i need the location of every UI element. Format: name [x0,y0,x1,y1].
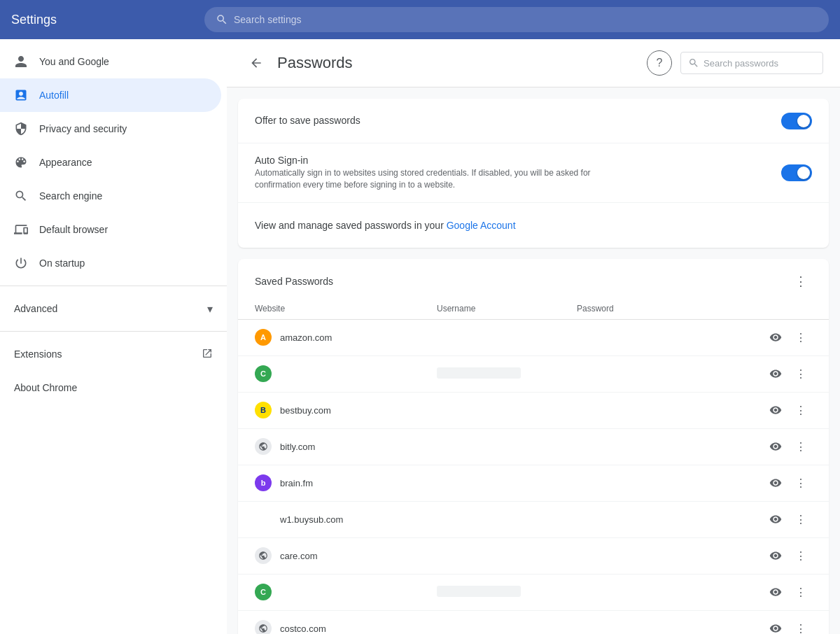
more-options-button[interactable]: ⋮ [790,399,812,421]
globe-icon [255,547,272,564]
sidebar-label-you-and-google: You and Google [39,56,109,67]
more-options-button[interactable]: ⋮ [790,326,812,348]
row-actions: ⋮ [756,435,812,458]
table-row: costco.com ⋮ [238,611,829,634]
offer-save-text: Offer to save passwords [255,115,781,127]
show-password-button[interactable] [764,472,787,494]
col-actions [756,304,812,314]
show-password-button[interactable] [764,326,787,348]
site-icon: A [255,329,272,346]
site-name: bitly.com [280,442,315,452]
offer-save-title: Offer to save passwords [255,115,781,126]
table-row: C ⋮ [238,575,829,611]
google-account-link[interactable]: Google Account [447,220,516,231]
help-button[interactable]: ? [647,50,672,76]
site-name: costco.com [280,624,326,634]
main-content: Passwords ? Offer to save passwords Auto… [227,39,840,634]
table-header: Website Username Password [238,298,829,320]
sidebar-item-about-chrome[interactable]: About Chrome [0,371,227,404]
main-layout: You and Google Autofill Privacy and secu… [0,39,840,634]
manage-passwords-row: View and manage saved passwords in your … [238,203,829,248]
sidebar-item-appearance[interactable]: Appearance [0,146,221,179]
sidebar-item-privacy-and-security[interactable]: Privacy and security [0,112,221,146]
shield-icon [14,122,28,136]
row-actions: ⋮ [756,617,812,634]
auto-signin-toggle[interactable] [781,164,812,181]
more-options-button[interactable]: ⋮ [790,581,812,603]
more-options-button[interactable]: ⋮ [790,435,812,458]
sidebar-item-autofill[interactable]: Autofill [0,78,221,112]
sidebar-label-on-startup: On startup [39,258,85,269]
more-options-button[interactable]: ⋮ [790,544,812,567]
row-actions: ⋮ [756,326,812,348]
sidebar-item-extensions[interactable]: Extensions [0,337,227,371]
username-cell [437,586,577,599]
saved-passwords-title: Saved Passwords [255,276,790,287]
table-row: care.com ⋮ [238,538,829,575]
offer-save-section: Offer to save passwords Auto Sign-in Aut… [238,99,829,248]
row-actions: ⋮ [756,362,812,385]
globe-icon [255,620,272,634]
table-row: A amazon.com ⋮ [238,320,829,356]
site-name: bestbuy.com [280,405,331,416]
site-name: care.com [280,551,317,561]
sidebar-label-extensions: Extensions [14,348,62,360]
row-actions: ⋮ [756,472,812,494]
show-password-button[interactable] [764,435,787,458]
sidebar-divider [0,286,227,286]
passwords-header: Passwords ? [227,39,840,87]
table-row: C ⋮ [238,356,829,393]
site-icon: B [255,402,272,418]
search-passwords-icon [688,57,699,69]
offer-save-toggle[interactable] [781,113,812,129]
site-icon: C [255,365,272,382]
sidebar-label-default-browser: Default browser [39,224,108,235]
back-button[interactable] [244,50,269,76]
sidebar-item-on-startup[interactable]: On startup [0,246,221,280]
show-password-button[interactable] [764,508,787,530]
default-browser-icon [14,223,28,237]
website-cell: costco.com [255,620,437,634]
username-blur [437,367,521,379]
show-password-button[interactable] [764,617,787,634]
site-icon: C [255,584,272,600]
passwords-search-input[interactable] [704,58,816,69]
more-options-button[interactable]: ⋮ [790,508,812,530]
more-options-button[interactable]: ⋮ [790,472,812,494]
app-title: Settings [11,13,193,27]
sidebar-label-about-chrome: About Chrome [14,382,77,393]
sidebar-divider-2 [0,331,227,332]
saved-passwords-section: Saved Passwords ⋮ Website Username Passw… [238,259,829,634]
passwords-search-bar[interactable] [680,52,823,74]
site-icon: b [255,474,272,491]
offer-save-row: Offer to save passwords [238,99,829,143]
sidebar: You and Google Autofill Privacy and secu… [0,39,227,634]
autofill-icon [14,88,28,102]
search-icon [216,13,228,26]
sidebar-item-you-and-google[interactable]: You and Google [0,45,221,78]
more-options-button[interactable]: ⋮ [790,362,812,385]
settings-search-bar[interactable] [204,7,829,32]
col-password: Password [577,304,756,314]
external-link-icon [202,348,213,361]
show-password-button[interactable] [764,362,787,385]
table-row: b brain.fm ⋮ [238,465,829,502]
power-icon [14,256,28,270]
website-cell: C [255,584,437,600]
saved-passwords-more-button[interactable]: ⋮ [790,270,812,293]
settings-search-input[interactable] [234,14,818,25]
sidebar-item-search-engine[interactable]: Search engine [0,179,221,213]
appearance-icon [14,155,28,169]
show-password-button[interactable] [764,581,787,603]
sidebar-item-advanced[interactable]: Advanced ▾ [0,292,227,325]
sidebar-item-default-browser[interactable]: Default browser [0,213,221,246]
manage-passwords-text: View and manage saved passwords in your … [255,219,812,232]
col-username: Username [437,304,577,314]
auto-signin-row: Auto Sign-in Automatically sign in to we… [238,143,829,203]
show-password-button[interactable] [764,544,787,567]
website-cell: bitly.com [255,438,437,455]
sidebar-label-appearance: Appearance [39,157,92,168]
show-password-button[interactable] [764,399,787,421]
more-options-button[interactable]: ⋮ [790,617,812,634]
sidebar-label-privacy: Privacy and security [39,123,127,134]
